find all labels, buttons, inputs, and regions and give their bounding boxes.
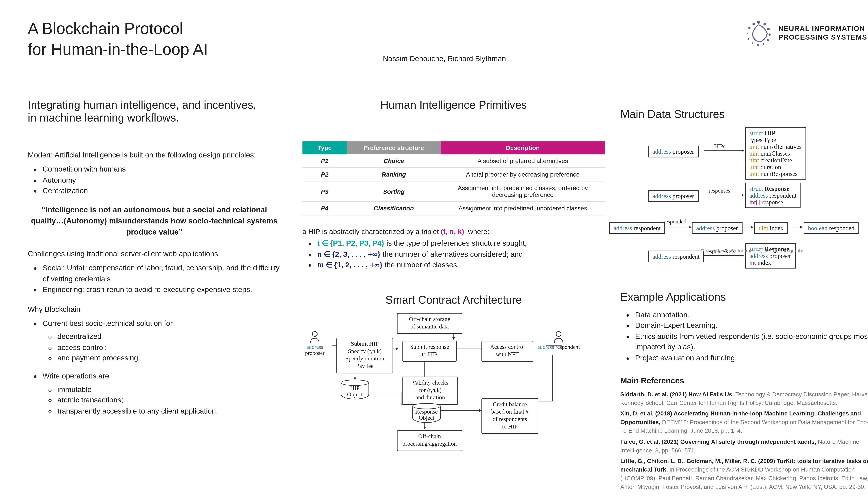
person-icon	[309, 331, 320, 344]
preference-table: Type Preference structure Description P1…	[302, 141, 605, 215]
smart-contract-diagram: Off-chain storageof semantic data Submit…	[302, 312, 605, 454]
ref-item: Siddarth, D. et al. (2021) How AI Fails …	[620, 390, 868, 407]
authors: Nassim Dehouche, Richard Blythman	[28, 54, 861, 63]
list-item: Autonomy	[43, 175, 287, 186]
ds-box: address proposer	[648, 190, 698, 202]
sc-validity: Validity checksfor (t,n,k)and duration	[402, 377, 458, 405]
sc-respondent-icon: address respondent	[537, 331, 580, 350]
col1-intro: Modern Artificial Intelligence is built …	[28, 150, 287, 161]
column-right: Main Data Structures address proposer HI…	[620, 108, 868, 493]
ds-box: address respondent	[609, 222, 665, 234]
hip-heading: Human Intelligence Primitives	[302, 99, 605, 112]
list-item: and payment processing.	[57, 353, 287, 364]
principles-list: Competition with humans Autonomy Central…	[28, 164, 287, 196]
ds-box-hip: struct HIP types Type uint numAlternativ…	[745, 127, 806, 180]
logo-text-1: NEURAL INFORMATION	[778, 25, 867, 33]
table-header: Description	[441, 141, 605, 154]
svg-point-9	[747, 33, 748, 34]
svg-point-10	[748, 27, 751, 29]
ds-arrow-label: responded	[663, 218, 686, 225]
svg-point-1	[764, 23, 766, 25]
list-item: Social: Unfair compensation of labor, fr…	[43, 263, 287, 285]
table-row: P1ChoiceA subset of preferred alternativ…	[302, 154, 605, 168]
ds-box: uint index	[754, 222, 788, 234]
svg-point-12	[312, 332, 317, 337]
ds-box: boolean responded	[803, 222, 859, 234]
col1-heading: Integrating human intelligence, and ince…	[28, 99, 287, 125]
svg-point-0	[757, 21, 760, 24]
apps-list: Data annotation. Domain-Expert Learning.…	[620, 310, 868, 364]
poster-title: A Blockchain Protocol for Human-in-the-L…	[28, 19, 861, 60]
table-row: P2RankingA total preorder by decreasing …	[302, 168, 605, 181]
list-item: immutable	[57, 385, 287, 395]
ds-box: address proposer	[692, 222, 742, 234]
sc-submit-response: Submit responseto HIP	[402, 341, 457, 362]
list-item: Centralization	[43, 186, 287, 197]
svg-point-8	[748, 38, 750, 40]
ds-heading: Main Data Structures	[620, 108, 868, 121]
logo-text-2: PROCESSING SYSTEMS	[778, 33, 867, 42]
table-row: P3SortingAssignment into predefined clas…	[302, 181, 605, 202]
sc-submit-hip: Submit HIPSpecify (t,n,k)Specify duratio…	[336, 338, 393, 373]
svg-point-11	[752, 23, 755, 25]
data-structures-diagram: address proposer HIPs struct HIP types T…	[620, 127, 868, 272]
ds-box: address respondent	[648, 251, 704, 262]
why-heading: Why Blockchain	[28, 304, 287, 315]
list-item: Data annotation.	[635, 310, 868, 321]
table-header: Preference structure	[347, 141, 441, 154]
ds-arrow-label: responses	[709, 188, 730, 194]
ref-item: Falco, G. et al. (2021) Governing AI saf…	[620, 438, 868, 455]
list-item: m ∈ {1, 2, . . . , +∞} the number of cla…	[317, 260, 605, 271]
list-item: Engineering: crash-rerun to avoid re-exe…	[43, 285, 287, 295]
ref-item: Xin, D. et al. (2018) Accelerating Human…	[620, 410, 868, 435]
sc-access: Access controlwith NFT	[481, 341, 533, 362]
references: Main References Siddarth, D. et al. (202…	[620, 376, 868, 491]
list-item: t ∈ {P1, P2, P3, P4} is the type of pref…	[317, 238, 605, 249]
list-item: Current best socio-technical solution fo…	[43, 318, 287, 364]
neurips-logo: NEURAL INFORMATION PROCESSING SYSTEMS	[744, 19, 868, 48]
neurips-logo-icon	[744, 19, 773, 48]
ds-arrow-label: HIPs	[714, 143, 725, 149]
sc-credit: Credit balancebased on final #of respond…	[481, 398, 538, 434]
svg-point-3	[768, 34, 771, 36]
svg-point-5	[763, 43, 765, 45]
column-middle: Human Intelligence Primitives Type Prefe…	[302, 99, 605, 454]
table-header: Type	[302, 141, 347, 154]
svg-point-4	[767, 39, 769, 41]
list-item: Ethics audits from vetted respondents (i…	[635, 331, 868, 353]
column-left: Integrating human intelligence, and ince…	[28, 99, 287, 424]
svg-point-2	[767, 28, 770, 30]
col1-quote: “Intelligence is not an autonomous but a…	[28, 204, 281, 238]
sc-response-object: ResponseObject	[412, 403, 441, 423]
title-line-1: A Blockchain Protocol	[28, 19, 183, 38]
list-item: atomic transactions;	[57, 395, 287, 406]
challenges-heading: Challenges using traditional server-clie…	[28, 249, 287, 260]
why-list: Current best socio-technical solution fo…	[28, 318, 287, 417]
svg-point-13	[556, 332, 561, 337]
list-item: Project evaluation and funding.	[635, 353, 868, 364]
ds-box-responseref: struct Response address proposer int ind…	[745, 243, 796, 269]
sc-heading: Smart Contract Architecture	[302, 294, 605, 307]
list-item: Competition with humans	[43, 164, 287, 175]
apps-heading: Example Applications	[620, 291, 868, 304]
refs-heading: Main References	[620, 376, 868, 385]
diagram-caption: Optional caption for images, charts, and…	[701, 248, 804, 254]
list-item: transparently accessible to any client a…	[57, 406, 287, 417]
sc-hip-object: HIPObject	[341, 380, 369, 400]
list-item: decentralized	[57, 332, 287, 342]
triplet-definition: a HIP is abstractly characterized by a t…	[302, 227, 605, 271]
svg-point-7	[752, 42, 753, 44]
list-item: access control;	[57, 342, 287, 353]
challenges-list: Social: Unfair compensation of labor, fr…	[28, 263, 287, 295]
ds-box: address proposer	[648, 146, 698, 158]
sc-offchain-top: Off-chain storageof semantic data	[397, 313, 462, 334]
svg-point-6	[757, 44, 759, 46]
list-item: Write operations are immutable atomic tr…	[43, 371, 287, 417]
list-item: Domain-Expert Learning.	[635, 321, 868, 331]
sc-proposer-icon: address proposer	[296, 331, 333, 356]
ds-box-response: struct Response address respondent int[]…	[745, 183, 801, 208]
person-icon	[553, 331, 564, 344]
ref-item: Little, G., Chilton, L. B., Goldman, M.,…	[620, 457, 868, 491]
sc-offchain-bot: Off-chainprocessing/aggregation	[397, 431, 462, 451]
table-row: P4ClassificationAssignment into predefin…	[302, 202, 605, 215]
